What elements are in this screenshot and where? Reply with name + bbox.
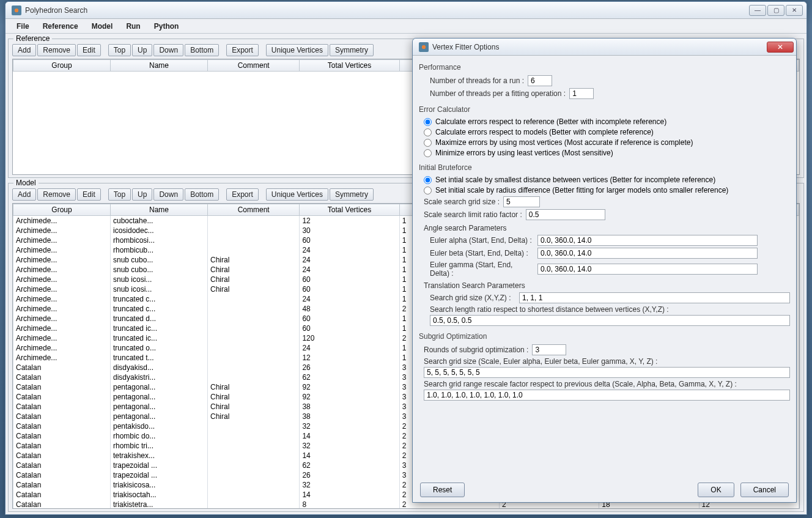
table-cell: disdyakistri... [111, 372, 208, 382]
table-cell [208, 461, 300, 470]
ref-top-button[interactable]: Top [108, 44, 131, 56]
table-cell: Archimede... [13, 324, 111, 333]
ref-unique-vertices-button[interactable]: Unique Vertices [266, 44, 328, 56]
table-cell: 60 [300, 275, 399, 284]
table-cell: Archimede... [13, 343, 111, 353]
reset-button[interactable]: Reset [420, 483, 465, 497]
ref-edit-button[interactable]: Edit [77, 44, 101, 56]
gamma-input[interactable] [537, 264, 758, 275]
tgrid-input[interactable] [519, 292, 790, 303]
menu-reference[interactable]: Reference [37, 21, 84, 32]
model-add-button[interactable]: Add [12, 188, 36, 201]
menu-model[interactable]: Model [86, 21, 119, 32]
model-top-button[interactable]: Top [108, 188, 131, 201]
threads-run-input[interactable] [528, 75, 552, 86]
model-remove-button[interactable]: Remove [37, 188, 76, 201]
err-opt2-radio[interactable] [424, 128, 432, 136]
beta-input[interactable] [537, 248, 758, 259]
sub-grid-label: Search grid size (Scale, Euler alpha, Eu… [424, 357, 657, 366]
vertex-fitter-dialog: Vertex Fitter Options ✕ Performance Numb… [412, 38, 797, 503]
table-cell: 60 [300, 324, 399, 333]
table-cell [208, 480, 300, 490]
table-cell: triakisoctah... [111, 490, 208, 500]
model-unique-vertices-button[interactable]: Unique Vertices [266, 188, 328, 201]
model-edit-button[interactable]: Edit [77, 188, 101, 201]
table-cell: Chiral [208, 265, 300, 275]
err-opt3-radio[interactable] [424, 139, 432, 147]
table-cell [208, 226, 300, 235]
column-header[interactable]: Total Vertices [300, 60, 399, 72]
reference-label: Reference [13, 34, 52, 43]
threads-fit-input[interactable] [569, 88, 594, 99]
column-header[interactable]: Total Vertices [300, 204, 399, 216]
table-cell: trapezoidal ... [111, 461, 208, 470]
column-header[interactable]: Group [13, 60, 111, 72]
tlen-input[interactable] [430, 315, 790, 326]
minimize-button[interactable]: — [749, 5, 766, 16]
maximize-button[interactable]: ▢ [767, 5, 784, 16]
scale-grid-input[interactable] [503, 196, 540, 207]
dialog-close-button[interactable]: ✕ [767, 42, 794, 53]
column-header[interactable]: Comment [208, 60, 300, 72]
dialog-title: Vertex Fitter Options [432, 43, 767, 51]
beta-label: Euler beta (Start, End, Delta) : [430, 249, 534, 257]
table-cell: 38 [300, 412, 399, 421]
table-cell: Catalan [13, 402, 111, 412]
model-up-button[interactable]: Up [132, 188, 152, 201]
model-symmetry-button[interactable]: Symmetry [330, 188, 374, 201]
table-cell: rhombicosi... [111, 235, 208, 245]
model-export-button[interactable]: Export [226, 188, 259, 201]
column-header[interactable]: Group [13, 204, 111, 216]
table-cell: Archimede... [13, 294, 111, 304]
model-bottom-button[interactable]: Bottom [185, 188, 219, 201]
ref-bottom-button[interactable]: Bottom [185, 44, 219, 56]
table-cell [208, 333, 300, 343]
ok-button[interactable]: OK [698, 483, 734, 497]
table-cell [208, 490, 300, 500]
table-cell: Chiral [208, 412, 300, 421]
table-cell: 60 [300, 235, 399, 245]
ref-export-button[interactable]: Export [226, 44, 259, 56]
cancel-button[interactable]: Cancel [740, 483, 789, 497]
rounds-label: Rounds of subgrid optimization : [424, 346, 528, 354]
ref-up-button[interactable]: Up [132, 44, 152, 56]
ref-down-button[interactable]: Down [153, 44, 183, 56]
model-down-button[interactable]: Down [153, 188, 183, 201]
titlebar: Polyhedron Search — ▢ ✕ [6, 2, 806, 19]
table-cell: Archimede... [13, 314, 111, 324]
menu-file[interactable]: File [10, 21, 35, 32]
close-button[interactable]: ✕ [786, 5, 803, 16]
table-cell: pentakisdo... [111, 421, 208, 431]
ref-symmetry-button[interactable]: Symmetry [330, 44, 374, 56]
table-cell: 92 [300, 382, 399, 392]
menu-python[interactable]: Python [148, 21, 185, 32]
ref-add-button[interactable]: Add [12, 44, 36, 56]
scale-ratio-input[interactable] [526, 209, 605, 220]
table-cell: triakisicosa... [111, 480, 208, 490]
table-cell [208, 324, 300, 333]
rounds-input[interactable] [532, 344, 566, 355]
scale-opt2-radio[interactable] [424, 187, 432, 194]
menu-run[interactable]: Run [120, 21, 146, 32]
table-cell: disdyakisd... [111, 363, 208, 372]
table-cell: Archimede... [13, 265, 111, 275]
table-cell [208, 294, 300, 304]
dialog-titlebar: Vertex Fitter Options ✕ [413, 39, 796, 56]
table-cell: 24 [300, 265, 399, 275]
sub-rescale-input[interactable] [424, 390, 790, 401]
scale-opt1-radio[interactable] [424, 176, 432, 184]
menubar: FileReferenceModelRunPython [6, 19, 806, 34]
threads-run-label: Number of threads for a run : [430, 76, 524, 85]
table-cell: 120 [300, 333, 399, 343]
ref-remove-button[interactable]: Remove [37, 44, 76, 56]
table-cell: rhombic tri... [111, 441, 208, 451]
alpha-input[interactable] [537, 235, 758, 246]
column-header[interactable]: Name [111, 204, 208, 216]
column-header[interactable]: Name [111, 60, 208, 72]
err-opt4-radio[interactable] [424, 149, 432, 157]
column-header[interactable]: Comment [208, 204, 300, 216]
err-opt1-radio[interactable] [424, 118, 432, 126]
table-cell: 26 [300, 470, 399, 480]
threads-fit-label: Number of threads per a fitting operatio… [430, 89, 566, 98]
sub-grid-input[interactable] [424, 367, 790, 378]
